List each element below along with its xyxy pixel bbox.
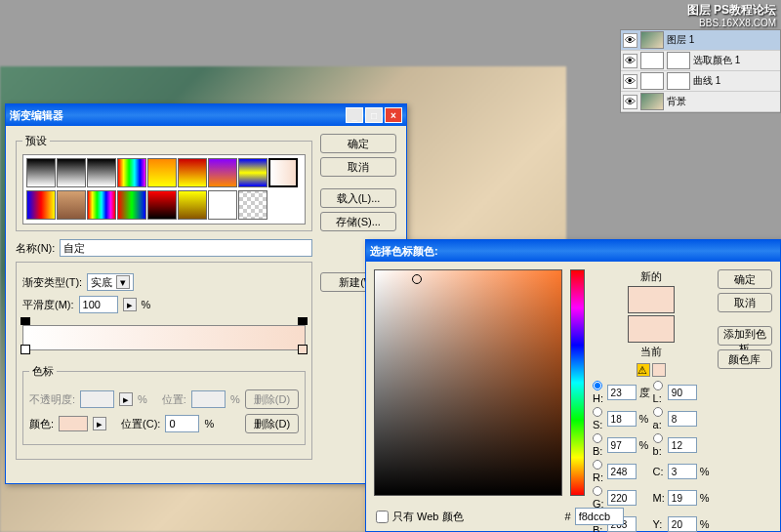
opacity-label: 不透明度: bbox=[29, 392, 75, 407]
preset-swatch[interactable] bbox=[26, 190, 56, 220]
preset-swatch[interactable] bbox=[117, 190, 146, 220]
radio-s[interactable] bbox=[593, 407, 602, 417]
preset-swatch[interactable] bbox=[268, 158, 298, 187]
cancel-button[interactable]: 取消 bbox=[718, 293, 772, 312]
preset-swatch[interactable] bbox=[147, 158, 177, 187]
preset-swatch[interactable] bbox=[57, 190, 86, 220]
ok-button[interactable]: 确定 bbox=[320, 134, 396, 153]
color-libs-button[interactable]: 颜色库 bbox=[718, 349, 772, 369]
titlebar[interactable]: 渐变编辑器 _ □ × bbox=[6, 104, 406, 126]
add-swatch-button[interactable]: 添加到色板 bbox=[718, 326, 772, 346]
preset-swatch[interactable] bbox=[26, 158, 56, 187]
g-input[interactable] bbox=[607, 490, 637, 506]
preset-swatch[interactable] bbox=[87, 190, 116, 220]
chevron-right-icon[interactable]: ▸ bbox=[123, 298, 137, 311]
visibility-icon[interactable]: 👁 bbox=[623, 74, 637, 89]
layer-row[interactable]: 👁 图层 1 bbox=[621, 30, 780, 51]
visibility-icon[interactable]: 👁 bbox=[623, 33, 637, 48]
preset-swatch[interactable] bbox=[208, 158, 237, 187]
titlebar[interactable]: 选择色标颜色: bbox=[366, 240, 780, 262]
r-input[interactable] bbox=[607, 464, 637, 479]
cube-icon[interactable] bbox=[652, 363, 666, 377]
preset-swatch[interactable] bbox=[178, 190, 207, 220]
gradient-type-fieldset: 渐变类型(T): 实底 ▾ 平滑度(M): ▸ % bbox=[16, 262, 312, 460]
name-label: 名称(N): bbox=[16, 241, 55, 256]
l-input[interactable] bbox=[668, 385, 697, 400]
name-input[interactable] bbox=[60, 239, 312, 257]
s-input[interactable] bbox=[607, 411, 637, 427]
load-button[interactable]: 载入(L)... bbox=[320, 188, 396, 208]
maximize-icon[interactable]: □ bbox=[365, 107, 383, 123]
position-input[interactable] bbox=[165, 415, 199, 432]
h-input[interactable] bbox=[607, 385, 637, 400]
radio-l[interactable] bbox=[653, 381, 663, 390]
pct-label: % bbox=[142, 299, 151, 310]
preset-swatch[interactable] bbox=[147, 190, 177, 220]
preset-swatch[interactable] bbox=[178, 158, 207, 187]
cancel-button[interactable]: 取消 bbox=[320, 157, 396, 177]
a-input[interactable] bbox=[668, 411, 697, 427]
current-label: 当前 bbox=[640, 345, 662, 359]
close-icon[interactable]: × bbox=[385, 107, 402, 123]
gradient-editor-dialog: 渐变编辑器 _ □ × 预设 bbox=[5, 103, 407, 484]
radio-lab-b[interactable] bbox=[653, 433, 663, 443]
save-button[interactable]: 存储(S)... bbox=[320, 212, 396, 231]
preset-swatch[interactable] bbox=[57, 158, 86, 187]
web-only-checkbox[interactable] bbox=[376, 511, 389, 523]
warning-icon[interactable]: ⚠ bbox=[637, 363, 650, 377]
preset-swatch[interactable] bbox=[238, 190, 267, 220]
pct: % bbox=[138, 393, 147, 405]
chevron-down-icon: ▾ bbox=[116, 275, 130, 289]
preset-swatch[interactable] bbox=[208, 190, 237, 220]
layers-panel: 👁 图层 1 👁 选取颜色 1 👁 曲线 1 👁 背景 bbox=[620, 29, 781, 113]
opacity-input bbox=[80, 390, 114, 408]
delete-button[interactable]: 删除(D) bbox=[245, 414, 299, 433]
layer-name: 图层 1 bbox=[667, 33, 694, 47]
gradient-bar[interactable] bbox=[22, 325, 306, 350]
radio-h[interactable] bbox=[593, 381, 602, 390]
preset-swatch[interactable] bbox=[238, 158, 267, 187]
radio-a[interactable] bbox=[653, 407, 663, 417]
m-input[interactable] bbox=[668, 490, 697, 506]
preset-swatch[interactable] bbox=[87, 158, 116, 187]
type-dropdown[interactable]: 实底 ▾ bbox=[87, 273, 134, 291]
current-color-swatch[interactable] bbox=[628, 315, 675, 343]
color-stop[interactable] bbox=[298, 345, 308, 354]
smoothness-input[interactable] bbox=[79, 296, 118, 313]
layer-thumb bbox=[640, 31, 664, 49]
position-label: 位置(C): bbox=[121, 417, 160, 431]
lab-b-input[interactable] bbox=[668, 437, 697, 453]
color-stop[interactable] bbox=[21, 345, 30, 354]
watermark-2: BBS.16XX8.COM bbox=[699, 18, 776, 28]
ok-button[interactable]: 确定 bbox=[718, 269, 772, 289]
dialog-title: 渐变编辑器 bbox=[10, 108, 63, 123]
radio-g[interactable] bbox=[593, 486, 602, 496]
visibility-icon[interactable]: 👁 bbox=[623, 54, 637, 68]
hue-slider[interactable] bbox=[570, 269, 585, 496]
stops-fieldset: 色标 不透明度: ▸ % 位置: % 删除(D) 颜色: ▸ bbox=[22, 364, 306, 445]
color-swatch[interactable] bbox=[59, 416, 88, 431]
minimize-icon[interactable]: _ bbox=[346, 107, 363, 123]
y-input[interactable] bbox=[668, 516, 697, 532]
color-label: 颜色: bbox=[29, 417, 54, 431]
layer-row[interactable]: 👁 曲线 1 bbox=[621, 71, 780, 92]
chevron-right-icon[interactable]: ▸ bbox=[93, 417, 106, 430]
layer-name: 曲线 1 bbox=[693, 74, 720, 88]
layer-row[interactable]: 👁 选取颜色 1 bbox=[621, 51, 780, 71]
visibility-icon[interactable]: 👁 bbox=[623, 95, 637, 109]
opacity-stop[interactable] bbox=[21, 317, 30, 325]
opacity-stop[interactable] bbox=[298, 317, 308, 325]
b-input[interactable] bbox=[607, 437, 637, 453]
c-input[interactable] bbox=[668, 464, 697, 479]
radio-r[interactable] bbox=[593, 460, 602, 470]
color-cursor-icon[interactable] bbox=[412, 274, 422, 284]
hex-input[interactable] bbox=[575, 508, 624, 525]
layer-row[interactable]: 👁 背景 bbox=[621, 92, 780, 112]
type-value: 实底 bbox=[91, 275, 112, 290]
layer-thumb bbox=[640, 93, 664, 110]
preset-swatch[interactable] bbox=[117, 158, 146, 187]
layer-thumb bbox=[640, 52, 664, 69]
layer-name: 背景 bbox=[667, 95, 686, 108]
color-field[interactable] bbox=[374, 269, 562, 496]
radio-b[interactable] bbox=[593, 433, 602, 443]
